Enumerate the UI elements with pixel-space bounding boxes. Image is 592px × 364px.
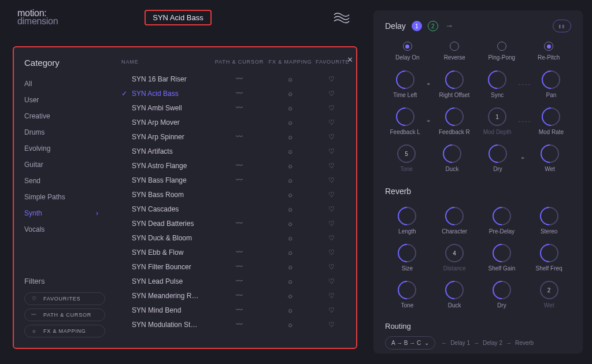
preset-row[interactable]: SYN Mind Bend 〰 ☼ ♡: [121, 303, 347, 317]
knob[interactable]: Duck: [431, 142, 473, 175]
col-fx[interactable]: FX & MAPPING: [265, 59, 316, 65]
favourite-icon[interactable]: ♡: [316, 133, 347, 141]
path-icon[interactable]: 〰: [214, 75, 265, 83]
path-icon[interactable]: 〰: [214, 220, 265, 228]
preset-row[interactable]: SYN Ebb & Flow 〰 ☼ ♡: [121, 245, 347, 259]
stage-2-pill[interactable]: 2: [428, 21, 438, 31]
favourite-icon[interactable]: ♡: [316, 292, 347, 300]
path-icon[interactable]: 〰: [214, 321, 265, 329]
preset-list[interactable]: SYN 16 Bar Riser 〰 ☼ ♡ ✓SYN Acid Bass 〰 …: [121, 72, 351, 332]
favourite-icon[interactable]: ♡: [316, 104, 347, 112]
fx-icon[interactable]: ☼: [265, 263, 316, 271]
knob[interactable]: Time Left: [385, 68, 425, 101]
knob[interactable]: Feedback L: [385, 105, 425, 138]
favourite-icon[interactable]: ♡: [316, 263, 347, 271]
knob[interactable]: 2Wet: [527, 278, 571, 311]
knob[interactable]: Pan: [531, 68, 571, 101]
category-item[interactable]: Drums: [24, 125, 105, 139]
knob[interactable]: Right Offset: [434, 68, 474, 101]
favourite-icon[interactable]: ♡: [316, 277, 347, 285]
favourite-icon[interactable]: ♡: [316, 321, 347, 329]
category-item[interactable]: Creative: [24, 109, 105, 123]
category-item[interactable]: Guitar: [24, 158, 105, 172]
preset-row[interactable]: SYN Ambi Swell 〰 ☼ ♡: [121, 101, 347, 115]
visualiser-button[interactable]: ⫾⫾: [553, 20, 571, 32]
favourite-icon[interactable]: ♡: [316, 191, 347, 199]
preset-row[interactable]: SYN Arp Spinner 〰 ☼ ♡: [121, 129, 347, 144]
preset-row[interactable]: SYN Bass Room ☼ ♡: [121, 187, 347, 202]
preset-row[interactable]: SYN Cascades ☼ ♡: [121, 202, 347, 216]
knob[interactable]: Wet: [528, 142, 571, 175]
knob[interactable]: Shelf Gain: [480, 241, 524, 274]
path-icon[interactable]: 〰: [214, 277, 265, 285]
category-item[interactable]: Evolving: [24, 142, 105, 155]
preset-row[interactable]: SYN Astro Flange 〰 ☼ ♡: [121, 158, 347, 173]
category-item[interactable]: User: [24, 93, 105, 107]
path-icon[interactable]: 〰: [214, 176, 265, 184]
wave-icon[interactable]: [333, 10, 350, 24]
favourite-icon[interactable]: ♡: [316, 220, 347, 228]
add-fx-icon[interactable]: ⊸: [446, 22, 452, 30]
stage-1-pill[interactable]: 1: [412, 21, 422, 31]
preset-row[interactable]: SYN Meandering R… 〰 ☼ ♡: [121, 288, 347, 303]
path-icon[interactable]: 〰: [214, 104, 265, 112]
favourite-icon[interactable]: ♡: [316, 118, 347, 127]
category-item[interactable]: Synth›: [24, 206, 105, 220]
knob[interactable]: Tone: [385, 278, 430, 311]
fx-icon[interactable]: ☼: [265, 277, 316, 285]
preset-row[interactable]: SYN Bass Flange 〰 ☼ ♡: [121, 173, 347, 187]
knob[interactable]: Dry: [476, 142, 519, 175]
mode-radio[interactable]: Delay On: [385, 42, 430, 61]
path-icon[interactable]: 〰: [214, 306, 265, 314]
mode-radio[interactable]: Re-Pitch: [527, 42, 572, 61]
fx-icon[interactable]: ☼: [265, 176, 316, 184]
fx-icon[interactable]: ☼: [265, 220, 316, 228]
close-icon[interactable]: ✕: [347, 55, 353, 64]
col-name[interactable]: NAME: [121, 59, 214, 65]
mode-radio[interactable]: Ping-Pong: [479, 42, 524, 61]
preset-display[interactable]: SYN Acid Bass: [145, 10, 211, 25]
knob[interactable]: Shelf Freq: [527, 241, 571, 274]
preset-row[interactable]: SYN Duck & Bloom ☼ ♡: [121, 231, 347, 245]
knob[interactable]: 5Tone: [385, 142, 428, 175]
fx-icon[interactable]: ☼: [265, 133, 316, 141]
fx-icon[interactable]: ☼: [265, 191, 316, 199]
fx-icon[interactable]: ☼: [265, 234, 316, 242]
fx-icon[interactable]: ☼: [265, 292, 316, 300]
preset-row[interactable]: SYN Dead Batteries 〰 ☼ ♡: [121, 216, 347, 231]
fx-icon[interactable]: ☼: [265, 104, 316, 112]
favourite-icon[interactable]: ♡: [316, 306, 347, 314]
fx-icon[interactable]: ☼: [265, 306, 316, 314]
preset-row[interactable]: SYN Artifacts ☼ ♡: [121, 144, 347, 158]
fx-icon[interactable]: ☼: [265, 205, 316, 213]
col-fav[interactable]: FAVOURITE: [316, 59, 347, 65]
filter-button[interactable]: ♡FAVOURITES: [24, 292, 105, 305]
preset-row[interactable]: SYN Modulation St… 〰 ☼ ♡: [121, 317, 347, 332]
favourite-icon[interactable]: ♡: [316, 248, 347, 257]
preset-row[interactable]: SYN 16 Bar Riser 〰 ☼ ♡: [121, 72, 347, 86]
knob[interactable]: Sync: [478, 68, 517, 101]
favourite-icon[interactable]: ♡: [316, 205, 347, 213]
category-item[interactable]: Simple Paths: [24, 190, 105, 204]
fx-icon[interactable]: ☼: [265, 147, 316, 155]
knob[interactable]: Stereo: [527, 204, 571, 237]
favourite-icon[interactable]: ♡: [316, 162, 347, 170]
knob[interactable]: Duck: [432, 278, 477, 311]
fx-icon[interactable]: ☼: [265, 90, 316, 98]
category-item[interactable]: Vocals: [24, 222, 105, 236]
favourite-icon[interactable]: ♡: [316, 75, 347, 83]
favourite-icon[interactable]: ♡: [316, 90, 347, 98]
favourite-icon[interactable]: ♡: [316, 234, 347, 242]
knob[interactable]: Dry: [480, 278, 524, 311]
path-icon[interactable]: 〰: [214, 133, 265, 141]
fx-icon[interactable]: ☼: [265, 118, 316, 127]
fx-icon[interactable]: ☼: [265, 321, 316, 329]
path-icon[interactable]: 〰: [214, 248, 265, 257]
favourite-icon[interactable]: ♡: [316, 176, 347, 184]
knob[interactable]: Mod Rate: [531, 105, 571, 138]
path-icon[interactable]: 〰: [214, 292, 265, 300]
knob[interactable]: Pre-Delay: [480, 204, 524, 237]
knob[interactable]: Length: [385, 204, 430, 237]
path-icon[interactable]: 〰: [214, 263, 265, 271]
knob[interactable]: Feedback R: [434, 105, 474, 138]
